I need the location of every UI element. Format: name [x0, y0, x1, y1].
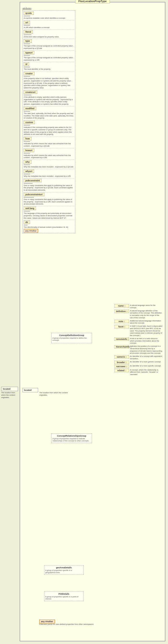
attr-creatoruri-desc: If the attribute is empty, specifies whi…	[24, 96, 74, 106]
poi-title: POIDetails	[45, 593, 82, 595]
attr-dir: dir ▪▪▪▪▪▪ The directionality of textual…	[24, 220, 74, 228]
attr-why-desc: Why the metadata has been included - exp…	[24, 166, 74, 168]
attr-how-name: how	[24, 137, 32, 140]
any-other-attrs: any ##other	[24, 230, 74, 232]
any-other-attrs-tag: any ##other	[24, 229, 38, 233]
cdg-sameas-tag: sameAs □	[114, 355, 129, 358]
located-left-desc: The location from which the content orig…	[1, 392, 18, 398]
cdg-facet-desc: In NAR 1.8 and later, facet is deprecate…	[130, 325, 162, 337]
cdg-items-panel: name □ A natural language name for the c…	[114, 304, 162, 376]
cdg-narrower-tag: narrower □	[114, 365, 129, 368]
attr-custom-desc: Indicates if the corresponding property …	[24, 126, 74, 136]
attr-custom: custom ▪▪▪▪▪▪▪▪▪▪ Indicates if the corre…	[24, 121, 74, 136]
attr-custom-name: custom	[24, 121, 35, 124]
attr-creatoruri-name: creatoruri	[24, 90, 37, 94]
cdg-remoteinfo-tag: remoteInfo □	[114, 338, 129, 341]
attr-pubconstrainturi-name: pubconstrainturi	[24, 193, 44, 196]
any-other-extension-row: any ##other Extension points for user-de…	[39, 620, 94, 626]
attr-modified-desc: The date (and, optionally, the time) whe…	[24, 112, 74, 119]
attr-literal-desc: A free-text value assigned as property v…	[24, 36, 74, 38]
attr-modified: modified ▪▪▪▪▪▪▪▪▪▪ The date (and, optio…	[24, 107, 74, 119]
divider-4	[24, 50, 74, 50]
divider-9	[24, 120, 74, 120]
attr-howuri-desc: Indicates by which means the value was e…	[24, 154, 74, 159]
attr-qcode: qcode ▪▪▪▪▪▪▪▪▪▪ A machine-readable code…	[24, 12, 74, 20]
attr-literal: literal ▪▪▪▪▪▪▪▪▪▪▪▪ A free-text value a…	[24, 30, 74, 38]
attr-qcode-name: qcode	[24, 12, 34, 15]
attr-id-name: id	[24, 62, 29, 66]
attr-id: id ▪▪▪▪▪▪▪▪▪▪ The local identifier of th…	[24, 62, 74, 70]
divider-11	[24, 148, 74, 148]
cdg-facet-row: facet □ In NAR 1.8 and later, facet is d…	[114, 325, 162, 337]
cdg-related-desc: A concept, where the relationship is dif…	[130, 369, 162, 376]
cdg-broader-tag: broader □	[114, 361, 129, 364]
attr-xmllang-name: xml:lang	[24, 207, 36, 210]
attr-creator-name: creator	[24, 72, 34, 75]
attr-pubconstrainturi-desc: One or many constraints that apply to pu…	[24, 198, 74, 205]
attr-dir-desc: The directionality of textual content (e…	[24, 226, 74, 228]
crg-title: ConceptRelationshipsGroup	[52, 435, 91, 437]
attr-custom-underline: ▪▪▪▪▪▪▪▪▪▪	[24, 124, 74, 126]
located-desc: The location from which the content orig…	[39, 392, 75, 396]
cdg-sameas-desc: An identifier of a concept with equivale…	[130, 355, 162, 360]
diagram-title: FlexLocationPropType	[75, 0, 110, 3]
cdg-definition-tag: definition □	[114, 310, 129, 313]
divider-8	[24, 106, 74, 106]
attr-uri: uri ▪▪▪▪▪▪▪▪▪▪ A URI which identifies a …	[24, 21, 74, 29]
located-title: located	[24, 389, 37, 391]
attr-xmllang-desc: The language of this property and potent…	[24, 212, 74, 219]
extension-desc: Extension points for user-defined proper…	[39, 623, 94, 626]
attr-creator: creator ▪▪▪▪▪▪▪▪▪▪ If the property value…	[24, 72, 74, 89]
concept-definition-group-box: ConceptDefinitionGroup A group of proper…	[51, 333, 92, 343]
attr-uri-underline: ▪▪▪▪▪▪▪▪▪▪	[24, 24, 74, 26]
cdg-related-tag: related □	[114, 369, 129, 372]
attr-how-desc: Indicates by which means the value was e…	[24, 142, 74, 147]
attr-creatoruri-underline: ▪▪▪▪▪▪▪▪▪▪▪▪	[24, 94, 74, 96]
crg-subtitle: A group of properties required to indica…	[52, 438, 91, 442]
cdg-remoteinfo-desc: A link to an item or a web resource whic…	[130, 338, 162, 344]
attr-id-desc: The local identifier of the property.	[24, 68, 74, 70]
attr-whyuri-underline: ▪▪▪▪▪▪▪▪▪▪	[24, 173, 74, 175]
cdg-name-row: name □ A natural language name for the c…	[114, 304, 162, 309]
divider-1	[24, 20, 74, 20]
attr-typeuri-name: typeuri	[24, 51, 34, 54]
main-frame: FlexLocationPropType attributes qcode ▪▪…	[20, 2, 165, 641]
attr-howuri-underline: ▪▪▪▪▪▪▪▪▪▪	[24, 152, 74, 154]
located-left-box: located	[1, 387, 18, 391]
attr-pubconstraint-desc: One or many constraints that apply to pu…	[24, 184, 74, 191]
cdg-note-row: note □ Additional natural language infor…	[114, 320, 162, 324]
attr-howuri-name: howuri	[24, 149, 34, 152]
divider-17	[24, 220, 74, 220]
attr-qcode-desc: A machine-readable code which identifies…	[24, 17, 74, 20]
divider-10	[24, 136, 74, 136]
attr-whyuri: whyuri ▪▪▪▪▪▪▪▪▪▪ Why the metadata has b…	[24, 170, 74, 178]
attr-pubconstraint: pubconstraint ▪▪▪▪▪▪▪▪▪▪▪▪▪▪ One or many…	[24, 179, 74, 191]
attr-pubconstraint-name: pubconstraint	[24, 179, 42, 182]
attr-dir-name: dir	[24, 220, 30, 224]
divider-5	[24, 62, 74, 62]
cdg-hierarchyinfo-row: hierarchyInfo □ Indicates the position o…	[114, 345, 162, 354]
cdg-broader-desc: An identifier of a more generic concept.	[130, 361, 161, 363]
attr-why-underline: ▪▪▪▪▪▪▪▪▪▪	[24, 164, 74, 166]
cdg-note-desc: Additional natural language information …	[130, 320, 162, 324]
attr-pubconstraint-underline: ▪▪▪▪▪▪▪▪▪▪▪▪▪▪	[24, 182, 74, 184]
attr-type-name: type	[24, 39, 32, 43]
attr-whyuri-name: whyuri	[24, 170, 34, 173]
attr-id-underline: ▪▪▪▪▪▪▪▪▪▪	[24, 66, 74, 68]
attr-why-name: why	[24, 160, 32, 164]
attr-uri-desc: A URI which identifies a concept.	[24, 26, 74, 29]
poi-details-box: POIDetails A group of properties specifi…	[44, 592, 84, 601]
attr-literal-underline: ▪▪▪▪▪▪▪▪▪▪▪▪	[24, 34, 74, 36]
located-left-title: located	[3, 388, 16, 390]
any-other-extension-tag: any ##other	[39, 620, 55, 624]
cdg-name-desc: A natural language name for the concept.	[130, 304, 162, 309]
cdg-note-tag: note □	[114, 320, 129, 323]
cdg-definition-row: definition □ A natural language definiti…	[114, 310, 162, 319]
divider-14	[24, 178, 74, 178]
attr-creatoruri: creatoruri ▪▪▪▪▪▪▪▪▪▪▪▪ If the attribute…	[24, 90, 74, 106]
cdg-narrower-desc: An identifier of a more specific concept…	[130, 365, 161, 367]
divider-12	[24, 160, 74, 160]
schema-diagram: FlexLocationPropType attributes qcode ▪▪…	[0, 0, 168, 644]
attr-modified-name: modified	[24, 107, 36, 110]
attr-typeuri-desc: The type of the concept assigned as cont…	[24, 56, 74, 61]
